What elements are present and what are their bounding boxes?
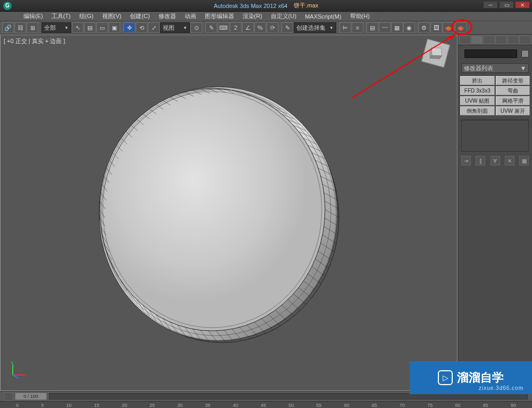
title-bar: G Autodesk 3ds Max 2012 x64 饼干.max ─ ▭ ✕ <box>0 0 532 12</box>
snap-angle-icon[interactable]: ∠ <box>242 22 254 33</box>
utilities-tab[interactable] <box>519 36 531 44</box>
selection-filter-dropdown[interactable]: 全部▼ <box>41 22 71 33</box>
svg-text:x: x <box>24 373 26 377</box>
modify-tab[interactable] <box>471 36 483 44</box>
menu-create[interactable]: 创建(C) <box>128 12 152 20</box>
timeline-config-icon[interactable] <box>4 392 13 401</box>
select-by-name-icon[interactable]: ▤ <box>84 22 96 33</box>
command-panel: 修改器列表▼ 挤出 路径变形 FFD 3x3x3 弯曲 UVW 贴图 网格平滑 … <box>458 35 532 391</box>
mod-meshsmooth[interactable]: 网格平滑 <box>496 96 530 105</box>
menu-group[interactable]: 组(G) <box>77 12 96 20</box>
menu-bar: 编辑(E) 工具(T) 组(G) 视图(V) 创建(C) 修改器 动画 图形编辑… <box>0 12 532 21</box>
manipulate-icon[interactable]: ✎ <box>205 22 217 33</box>
keyboard-shortcut-icon[interactable]: ⌨ <box>218 22 229 33</box>
display-tab[interactable] <box>508 36 519 44</box>
time-slider-handle[interactable]: 0 / 100 <box>15 393 47 400</box>
mod-bend[interactable]: 弯曲 <box>496 86 530 95</box>
watermark-url: zixue.3d66.com <box>479 385 523 391</box>
motion-tab[interactable] <box>495 36 507 44</box>
mirror-icon[interactable]: ⊨ <box>339 22 351 33</box>
mod-unwrapuvw[interactable]: UVW 展开 <box>496 106 530 115</box>
select-rotate-icon[interactable]: ⟲ <box>136 22 147 33</box>
schematic-view-icon[interactable]: ▦ <box>391 22 403 33</box>
object-name-input[interactable] <box>464 49 517 58</box>
layer-manager-icon[interactable]: ▤ <box>367 22 378 33</box>
menu-rendering[interactable]: 渲染(R) <box>240 12 264 20</box>
main-toolbar: 🔗 ⛓ ⊞ 全部▼ ↖ ▤ ▭ ▣ ✥ ⟲ ⤢ 视图▼ ⊙ ✎ ⌨ 2 ∠ % … <box>0 21 532 35</box>
hierarchy-tab[interactable] <box>483 36 495 44</box>
pin-stack-icon[interactable]: ⇥ <box>461 156 471 165</box>
rectangular-select-icon[interactable]: ▭ <box>96 22 108 33</box>
app-title: Autodesk 3ds Max 2012 x64 <box>214 3 288 9</box>
axis-gizmo-icon: x z <box>9 360 27 379</box>
menu-tools[interactable]: 工具(T) <box>49 12 73 20</box>
link-icon[interactable]: 🔗 <box>2 22 14 33</box>
watermark: ▷ 溜溜自学 zixue.3d66.com <box>410 361 532 394</box>
svg-line-7 <box>13 375 18 378</box>
command-panel-tabs <box>458 35 532 45</box>
window-crossing-icon[interactable]: ▣ <box>109 22 120 33</box>
material-editor-icon[interactable]: ◉ <box>403 22 415 33</box>
menu-grapheditors[interactable]: 图形编辑器 <box>203 12 236 20</box>
bind-icon[interactable]: ⊞ <box>27 22 38 33</box>
mod-uvwmap[interactable]: UVW 贴图 <box>460 96 495 105</box>
viewcube[interactable] <box>421 39 450 68</box>
show-end-result-icon[interactable]: ‖ <box>476 156 485 165</box>
select-object-icon[interactable]: ↖ <box>72 22 84 33</box>
named-selection-dropdown[interactable]: 创建选择集▼ <box>294 22 336 33</box>
menu-edit[interactable]: 编辑(E) <box>21 12 45 20</box>
restore-button[interactable]: ▭ <box>499 1 514 9</box>
select-move-icon[interactable]: ✥ <box>123 22 135 33</box>
viewport-label[interactable]: [ +0 正交 | 真实 + 边面 ] <box>4 37 65 45</box>
mod-extrude[interactable]: 挤出 <box>460 76 495 85</box>
mod-ffd[interactable]: FFD 3x3x3 <box>460 86 495 95</box>
render-production-icon[interactable]: 🫖 <box>443 22 454 33</box>
watermark-play-icon: ▷ <box>438 370 453 385</box>
menu-modifiers[interactable]: 修改器 <box>156 12 178 20</box>
menu-customize[interactable]: 自定义(U) <box>269 12 298 20</box>
align-icon[interactable]: ≡ <box>352 22 363 33</box>
rendered-frame-icon[interactable]: 🖼 <box>430 22 442 33</box>
svg-point-12 <box>99 88 325 331</box>
minimize-button[interactable]: ─ <box>483 1 498 9</box>
app-logo-icon[interactable]: G <box>3 2 12 10</box>
mod-bevelprofile[interactable]: 倒角剖面 <box>460 106 495 115</box>
menu-help[interactable]: 帮助(H) <box>348 12 372 20</box>
menu-views[interactable]: 视图(V) <box>100 12 124 20</box>
teapot-render-icon[interactable]: 🫖 <box>455 22 467 33</box>
make-unique-icon[interactable]: ∀ <box>491 156 500 165</box>
mod-pathdeform[interactable]: 路径变形 <box>496 76 530 85</box>
modifier-stack[interactable] <box>461 120 529 152</box>
snap-2d-icon[interactable]: 2 <box>230 22 242 33</box>
select-scale-icon[interactable]: ⤢ <box>148 22 160 33</box>
edit-selection-set-icon[interactable]: ✎ <box>281 22 293 33</box>
object-color-swatch[interactable] <box>521 50 529 57</box>
disc-object[interactable] <box>87 81 341 344</box>
create-tab[interactable] <box>459 36 471 44</box>
snap-percent-icon[interactable]: % <box>254 22 266 33</box>
menu-maxscript[interactable]: MAXScript(M) <box>303 13 343 20</box>
pivot-center-icon[interactable]: ⊙ <box>190 22 202 33</box>
unlink-icon[interactable]: ⛓ <box>14 22 26 33</box>
modifier-list-dropdown[interactable]: 修改器列表▼ <box>461 63 529 73</box>
menu-animation[interactable]: 动画 <box>182 12 198 20</box>
svg-text:z: z <box>11 361 13 364</box>
render-setup-icon[interactable]: ⚙ <box>418 22 430 33</box>
time-ruler[interactable]: 0510 152025 303540 455055 606570 758085 … <box>0 401 532 408</box>
watermark-text: 溜溜自学 <box>457 370 504 386</box>
spinner-snap-icon[interactable]: ⟳ <box>267 22 278 33</box>
ref-coord-dropdown[interactable]: 视图▼ <box>160 22 190 33</box>
remove-modifier-icon[interactable]: ✕ <box>505 156 514 165</box>
curve-editor-icon[interactable]: 〰 <box>379 22 390 33</box>
file-name: 饼干.max <box>294 2 318 10</box>
close-button[interactable]: ✕ <box>515 1 530 9</box>
configure-sets-icon[interactable]: ▦ <box>519 156 529 165</box>
viewport[interactable]: [ +0 正交 | 真实 + 边面 ] x z <box>0 35 458 391</box>
